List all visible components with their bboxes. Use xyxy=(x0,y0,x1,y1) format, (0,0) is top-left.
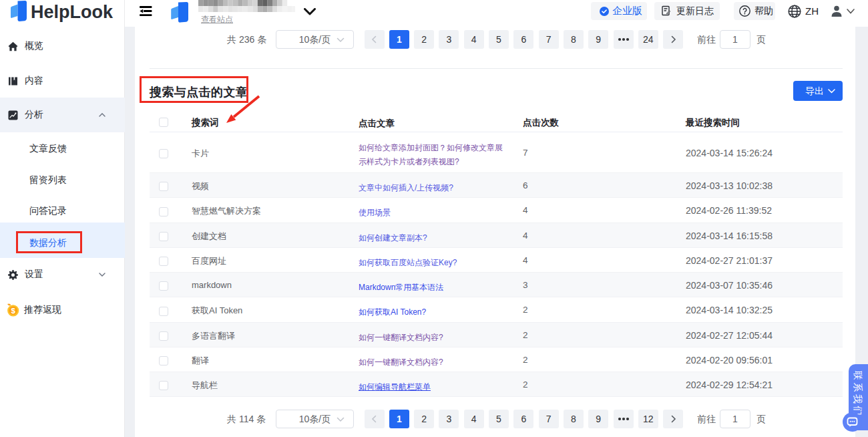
svg-text:$: $ xyxy=(11,307,15,315)
